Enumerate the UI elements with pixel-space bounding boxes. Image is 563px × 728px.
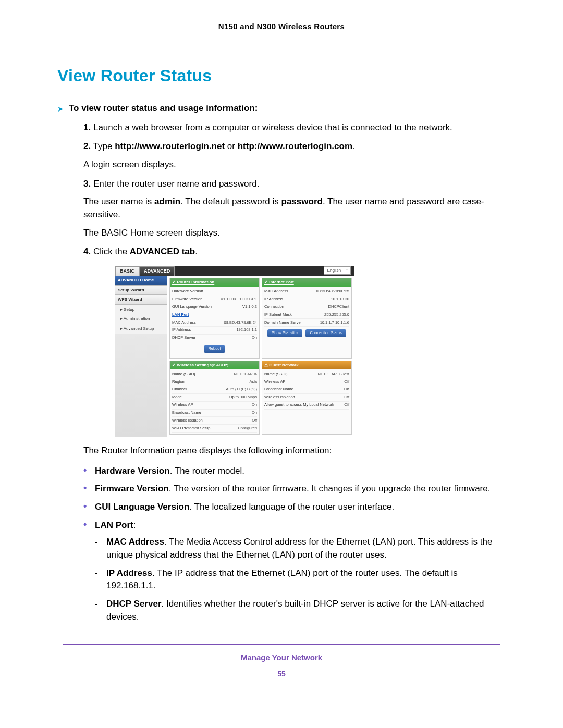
step-1: 1. Launch a web browser from a computer … [83,121,506,134]
panel-router-info: ✔ Router Information Hardware Version Fi… [169,278,260,359]
panel-internet-port: ✔ Internet Port MAC Address08:BD:43:78:6… [262,278,352,359]
info-intro: The Router Information pane displays the… [83,445,506,458]
reboot-button[interactable]: Reboot [204,345,225,353]
tab-basic[interactable]: BASIC [115,266,139,276]
sidebar-item-setup[interactable]: ▸ Setup [115,305,167,315]
footer-title: Manage Your Network [57,652,506,663]
info-list: Hardware Version. The router model. Firm… [83,465,506,623]
step-text: Enter the router user name and password. [93,179,259,189]
panels-grid: ✔ Router Information Hardware Version Fi… [167,276,354,437]
language-select[interactable]: English [324,266,351,275]
info-gui: GUI Language Version. The localized lang… [83,501,506,514]
footer-page-number: 55 [57,669,506,679]
info-hardware: Hardware Version. The router model. [83,465,506,478]
lan-sublist: MAC Address. The Media Access Control ad… [95,536,506,623]
info-mac: MAC Address. The Media Access Control ad… [95,536,506,561]
lead-row: ➤ To view router status and usage inform… [57,102,506,115]
step-number: 3. [83,179,91,189]
sidebar-item-advanced-setup[interactable]: ▸ Advanced Setup [115,324,167,334]
connection-status-button[interactable]: Connection Status [305,329,346,337]
step-para: The user name is admin. The default pass… [83,195,506,221]
document-page: N150 and N300 Wireless Routers View Rout… [0,0,563,695]
step-2: 2. Type http://www.routerlogin.net or ht… [83,140,506,171]
panel-wireless: ✔ Wireless Settings(2.4GHz) Name (SSID)N… [169,361,260,435]
info-dhcp: DHCP Server. Identifies whether the rout… [95,598,506,623]
step-after: A login screen displays. [83,158,506,171]
router-admin-ui: BASIC ADVANCED English ADVANCED Home Set… [115,266,354,437]
lan-port-heading[interactable]: LAN Port [172,311,257,319]
step-text: Launch a web browser from a computer or … [93,122,452,132]
ui-body: ADVANCED Home Setup Wizard WPS Wizard ▸ … [115,276,354,437]
info-firmware: Firmware Version. The version of the rou… [83,483,506,496]
document-header: N150 and N300 Wireless Routers [57,21,506,32]
arrow-icon: ➤ [57,104,64,114]
step-number: 2. [83,141,91,151]
step-number: 4. [83,246,91,256]
panel-header[interactable]: ⚠ Guest Network [262,361,351,369]
sidebar-item-setup-wizard[interactable]: Setup Wizard [115,286,167,295]
embedded-screenshot: BASIC ADVANCED English ADVANCED Home Set… [115,266,506,437]
sidebar-item-advanced-home[interactable]: ADVANCED Home [115,276,167,286]
footer-divider [63,644,500,645]
panel-header[interactable]: ✔ Wireless Settings(2.4GHz) [170,361,259,369]
step-4: 4. Click the ADVANCED tab. BASIC ADVANCE… [83,245,506,623]
step-3: 3. Enter the router user name and passwo… [83,178,506,240]
tabs-row: BASIC ADVANCED English [115,266,354,276]
step-text: Click the ADVANCED tab. [93,246,198,256]
info-ip: IP Address. The IP address that the Ethe… [95,567,506,593]
sidebar: ADVANCED Home Setup Wizard WPS Wizard ▸ … [115,276,167,437]
show-statistics-button[interactable]: Show Statistics [267,329,302,337]
panel-guest: ⚠ Guest Network Name (SSID)NETGEAR_Guest… [262,361,352,435]
step-text: Type http://www.routerlogin.net or http:… [93,141,355,151]
sidebar-item-wps-wizard[interactable]: WPS Wizard [115,295,167,305]
step-number: 1. [83,122,91,132]
step-para: The BASIC Home screen displays. [83,227,506,240]
steps-list: 1. Launch a web browser from a computer … [57,121,506,623]
sidebar-item-administration[interactable]: ▸ Administration [115,314,167,324]
tab-advanced[interactable]: ADVANCED [139,266,175,276]
section-title: View Router Status [57,64,506,88]
panel-header[interactable]: ✔ Router Information [170,278,259,287]
lead-text: To view router status and usage informat… [69,102,258,115]
panel-header[interactable]: ✔ Internet Port [262,278,351,287]
info-lan-port: LAN Port: MAC Address. The Media Access … [83,519,506,623]
